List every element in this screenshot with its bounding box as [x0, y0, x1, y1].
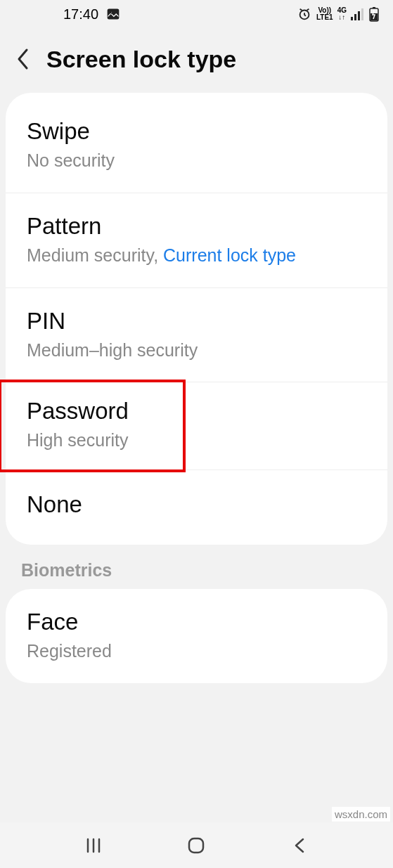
lock-type-list: Swipe No security Pattern Medium securit… — [6, 93, 387, 545]
page-header: Screen lock type — [0, 28, 393, 93]
svg-point-1 — [110, 11, 112, 13]
option-title: Password — [27, 398, 183, 425]
recents-icon — [84, 836, 103, 855]
subtitle-prefix: Medium security, — [27, 245, 163, 265]
status-left: 17:40 — [63, 6, 121, 22]
option-subtitle: Medium–high security — [27, 339, 366, 363]
volte-icon: Vo)) LTE1 — [316, 7, 333, 21]
option-pin[interactable]: PIN Medium–high security — [6, 288, 387, 383]
option-password[interactable]: Password High security — [6, 380, 387, 470]
option-subtitle: No security — [27, 149, 366, 173]
option-subtitle: Registered — [27, 640, 366, 663]
option-face[interactable]: Face Registered — [6, 589, 387, 683]
back-icon — [292, 836, 307, 855]
nav-recents-button[interactable] — [79, 831, 108, 860]
svg-rect-5 — [358, 11, 360, 20]
signal-icon — [351, 8, 365, 20]
option-title: PIN — [27, 308, 366, 335]
option-title: Swipe — [27, 118, 366, 145]
svg-rect-0 — [108, 9, 119, 18]
svg-rect-4 — [354, 14, 356, 20]
highlight-box: Password High security — [0, 380, 186, 472]
current-lock-label: Current lock type — [163, 245, 296, 265]
svg-rect-6 — [361, 8, 363, 20]
home-icon — [186, 836, 206, 855]
option-subtitle: Medium security, Current lock type — [27, 244, 366, 268]
section-biometrics-label: Biometrics — [0, 545, 393, 589]
option-none[interactable]: None — [6, 470, 387, 539]
alarm-icon — [297, 6, 312, 22]
nav-back-button[interactable] — [285, 831, 314, 860]
option-title: Face — [27, 609, 366, 635]
svg-rect-8 — [373, 7, 375, 8]
image-icon — [105, 7, 121, 21]
battery-icon — [369, 6, 379, 22]
svg-rect-3 — [351, 17, 353, 20]
option-swipe[interactable]: Swipe No security — [6, 98, 387, 193]
option-pattern[interactable]: Pattern Medium security, Current lock ty… — [6, 193, 387, 288]
page-title: Screen lock type — [46, 46, 236, 73]
option-title: None — [27, 491, 366, 518]
back-button[interactable] — [13, 45, 34, 73]
biometrics-list: Face Registered — [6, 589, 387, 683]
status-bar: 17:40 Vo)) LTE1 4G ↓↑ — [0, 0, 393, 28]
network-4g-icon: 4G ↓↑ — [337, 7, 347, 21]
nav-home-button[interactable] — [182, 831, 210, 860]
status-right: Vo)) LTE1 4G ↓↑ — [297, 6, 379, 22]
svg-rect-13 — [189, 838, 203, 853]
chevron-left-icon — [15, 47, 31, 71]
status-time: 17:40 — [63, 6, 98, 22]
option-subtitle: High security — [27, 429, 183, 453]
navigation-bar — [0, 822, 393, 868]
watermark: wsxdn.com — [332, 807, 390, 822]
option-title: Pattern — [27, 213, 366, 240]
